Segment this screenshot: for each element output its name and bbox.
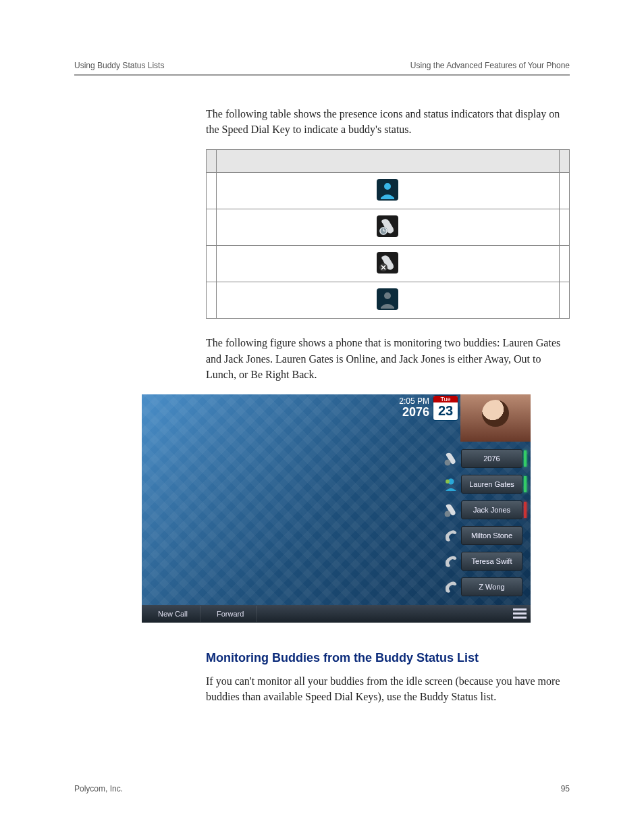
status-indicator-green <box>524 476 527 492</box>
speed-dial-label: Teresa Swift <box>461 552 522 571</box>
speed-dial-label: 2076 <box>461 449 522 468</box>
avatar <box>460 394 531 442</box>
phone-time: 2:05 PM <box>399 397 429 406</box>
table-row <box>207 173 570 209</box>
section-heading: Monitoring Buddies from the Buddy Status… <box>206 651 570 665</box>
status-indicator-none <box>524 579 527 595</box>
header-left: Using Buddy Status Lists <box>74 61 164 70</box>
speed-dial-label: Z Wong <box>461 577 522 596</box>
handset-icon <box>443 553 459 569</box>
presence-away-icon <box>377 215 398 237</box>
softkey-forward[interactable]: Forward <box>205 606 257 622</box>
intro-paragraph-2: The following figure shows a phone that … <box>206 335 570 382</box>
speed-dial-key[interactable]: Z Wong <box>443 577 527 597</box>
speed-dial-key[interactable]: Lauren Gates <box>443 474 527 494</box>
phone-away-icon <box>443 502 459 518</box>
svg-point-1 <box>384 183 391 190</box>
footer-right: 95 <box>561 784 570 793</box>
status-indicator-green <box>524 450 527 467</box>
speed-dial-key[interactable]: Milton Stone <box>443 525 527 546</box>
table-row <box>207 209 570 246</box>
table-header-col3 <box>559 150 569 173</box>
speed-dial-key[interactable]: Teresa Swift <box>443 551 527 571</box>
calendar-badge: Tue 23 <box>433 396 458 420</box>
phone-extension: 2076 <box>399 406 429 419</box>
status-indicator-none <box>524 553 527 569</box>
phone-away-icon <box>443 450 459 467</box>
table-header-col2 <box>217 150 559 173</box>
speed-dial-key[interactable]: Jack Jones <box>443 500 527 520</box>
softkey-new-call[interactable]: New Call <box>146 606 200 622</box>
intro-paragraph-1: The following table shows the presence i… <box>206 106 570 137</box>
handset-icon <box>443 579 459 595</box>
section-body: If you can't monitor all your buddies fr… <box>206 673 570 704</box>
presence-offline-icon <box>377 288 398 310</box>
svg-point-15 <box>446 479 450 484</box>
table-row <box>207 282 570 319</box>
presence-dnd-icon <box>377 252 398 273</box>
main-content: The following table shows the presence i… <box>206 106 570 704</box>
handset-icon <box>443 527 459 544</box>
svg-point-13 <box>445 459 451 465</box>
header-right: Using the Advanced Features of Your Phon… <box>410 61 570 70</box>
menu-icon[interactable] <box>513 608 527 619</box>
svg-point-12 <box>384 292 391 299</box>
phone-top-info: 2:05 PM 2076 <box>399 397 429 418</box>
presence-icon-table <box>206 149 570 319</box>
presence-online-icon <box>443 476 459 492</box>
calendar-dom: 23 <box>433 402 458 419</box>
calendar-dow: Tue <box>433 396 458 402</box>
page-header: Using Buddy Status Lists Using the Advan… <box>74 61 570 76</box>
speed-dial-label: Jack Jones <box>461 500 522 519</box>
table-row <box>207 246 570 282</box>
speed-dial-key[interactable]: 2076 <box>443 448 527 469</box>
footer-left: Polycom, Inc. <box>74 784 123 793</box>
phone-screenshot: 2:05 PM 2076 Tue 23 2076 Lauren Gates <box>142 394 531 623</box>
speed-dial-label: Milton Stone <box>461 526 522 545</box>
speed-dial-label: Lauren Gates <box>461 475 522 494</box>
status-indicator-none <box>524 527 527 544</box>
presence-online-icon <box>377 179 398 201</box>
table-header-col1 <box>207 150 217 173</box>
status-indicator-red <box>524 502 527 518</box>
speed-dial-keys: 2076 Lauren Gates Jack Jones <box>443 448 527 602</box>
svg-point-16 <box>445 511 451 517</box>
page-footer: Polycom, Inc. 95 <box>74 784 570 793</box>
softkey-bar: New Call Forward <box>142 605 531 623</box>
